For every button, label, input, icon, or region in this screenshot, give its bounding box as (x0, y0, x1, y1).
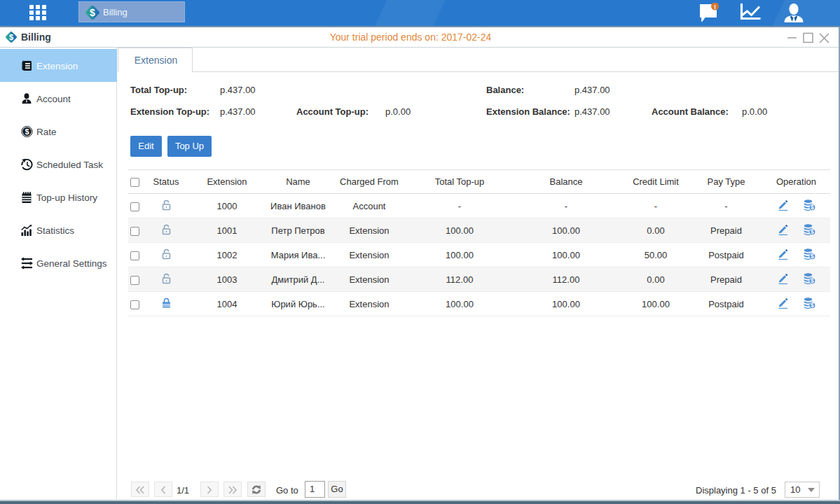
svg-text:$: $ (811, 302, 814, 309)
svg-text:$: $ (811, 253, 814, 260)
svg-text:$: $ (25, 127, 29, 136)
svg-text:$: $ (811, 204, 814, 211)
svg-text:$: $ (811, 228, 814, 235)
svg-text:!: ! (714, 4, 716, 10)
svg-text:$: $ (90, 7, 95, 18)
svg-text:$: $ (811, 277, 814, 284)
